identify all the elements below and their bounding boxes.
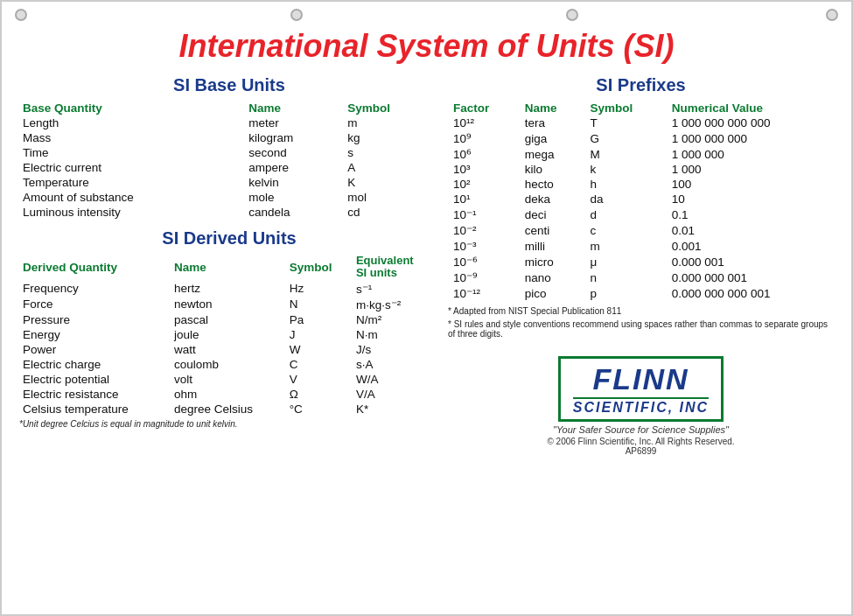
table-cell: mega (520, 146, 585, 162)
table-cell: 10² (448, 177, 520, 192)
table-cell: m (344, 116, 439, 130)
flinn-ap-number: AP6899 (448, 446, 834, 456)
table-cell: mol (344, 190, 439, 205)
table-cell: p (585, 285, 667, 301)
table-cell: kelvin (245, 175, 344, 190)
table-cell: pascal (171, 312, 286, 327)
table-cell: Frequency (19, 281, 171, 297)
table-cell: Force (19, 297, 171, 312)
main-title: International System of Units (SI) (19, 28, 834, 65)
derived-header-row: Derived Quantity Name Symbol EquivalentS… (19, 254, 439, 281)
poster: International System of Units (SI) SI Ba… (0, 0, 853, 616)
table-cell: n (585, 270, 667, 285)
table-cell: h (585, 177, 667, 192)
table-cell: cd (344, 205, 439, 220)
table-cell: meter (245, 116, 344, 130)
table-cell: Ω (286, 387, 353, 402)
table-cell: s·A (353, 357, 439, 372)
table-row: ForcenewtonNm·kg·s⁻² (19, 297, 439, 312)
base-qty-header: Base Quantity (19, 101, 245, 116)
table-cell: N (286, 297, 353, 312)
left-section: SI Base Units Base Quantity Name Symbol … (19, 75, 439, 456)
table-cell: J (286, 327, 353, 342)
table-cell: V (286, 372, 353, 387)
table-cell: 1 000 (667, 162, 834, 177)
grommet-top-middle-right (566, 9, 578, 21)
table-cell: tera (520, 116, 585, 130)
table-cell: Pa (286, 312, 353, 327)
derived-equiv-header: EquivalentSI units (353, 254, 439, 281)
table-cell: Temperature (19, 175, 245, 190)
derived-footnote: *Unit degree Celcius is equal in magnitu… (19, 419, 439, 429)
table-row: PowerwattWJ/s (19, 342, 439, 357)
table-cell: hertz (171, 281, 286, 297)
table-cell: Hz (286, 281, 353, 297)
base-name-header: Name (245, 101, 344, 116)
table-cell: T (585, 116, 667, 130)
table-row: 10⁻²centic0.01 (448, 222, 834, 238)
table-cell: Pressure (19, 312, 171, 327)
table-cell: K (344, 175, 439, 190)
grommet-top-middle-left (290, 9, 303, 21)
table-cell: ampere (245, 160, 344, 175)
flinn-name: FLINN (573, 362, 709, 396)
table-row: 10⁻³millim0.001 (448, 238, 834, 254)
table-cell: 10⁻¹² (448, 285, 520, 301)
table-row: TemperaturekelvinK (19, 175, 439, 190)
prefix-name-header: Name (520, 101, 585, 116)
flinn-tagline: "Your Safer Source for Science Supplies" (448, 424, 834, 435)
table-cell: W/A (353, 372, 439, 387)
table-cell: kg (344, 130, 439, 145)
table-cell: N/m² (353, 312, 439, 327)
table-row: Electric resistanceohmΩV/A (19, 387, 439, 402)
table-cell: Electric potential (19, 372, 171, 387)
table-row: 10³kilok1 000 (448, 162, 834, 177)
table-row: 10⁶megaM1 000 000 (448, 146, 834, 162)
table-cell: Power (19, 342, 171, 357)
table-cell: °C (286, 402, 353, 416)
flinn-scientific-inc: SCIENTIFIC, INC (573, 397, 709, 416)
factor-header: Factor (448, 101, 520, 116)
table-cell: Amount of substance (19, 190, 245, 205)
table-cell: Luminous intensity (19, 205, 245, 220)
grommet-top-right (826, 9, 838, 21)
table-cell: 0.001 (667, 238, 834, 254)
derived-qty-header: Derived Quantity (19, 254, 171, 281)
table-cell: da (585, 192, 667, 206)
flinn-logo-area: FLINN SCIENTIFIC, INC "Your Safer Source… (448, 356, 834, 456)
table-cell: 10⁻⁶ (448, 254, 520, 270)
table-row: Electric potentialvoltVW/A (19, 372, 439, 387)
table-cell: deka (520, 192, 585, 206)
table-row: 10⁻⁹nanon0.000 000 001 (448, 270, 834, 285)
table-cell: micro (520, 254, 585, 270)
table-cell: 1 000 000 (667, 146, 834, 162)
content-area: SI Base Units Base Quantity Name Symbol … (19, 75, 834, 456)
table-row: 10⁻¹²picop0.000 000 000 001 (448, 285, 834, 301)
table-cell: Electric charge (19, 357, 171, 372)
table-row: Luminous intensitycandelacd (19, 205, 439, 220)
right-section: SI Prefixes Factor Name Symbol Numerical… (448, 75, 834, 456)
prefixes-table: Factor Name Symbol Numerical Value 10¹²t… (448, 101, 834, 301)
table-row: 10⁻¹decid0.1 (448, 206, 834, 222)
table-cell: C (286, 357, 353, 372)
table-cell: kilogram (245, 130, 344, 145)
table-cell: G (585, 130, 667, 146)
table-cell: 10 (667, 192, 834, 206)
table-cell: newton (171, 297, 286, 312)
table-cell: Energy (19, 327, 171, 342)
table-cell: 1 000 000 000 000 (667, 116, 834, 130)
table-cell: 0.000 001 (667, 254, 834, 270)
table-row: Lengthmeterm (19, 116, 439, 130)
table-row: Electric chargecoulombCs·A (19, 357, 439, 372)
flinn-logo-box: FLINN SCIENTIFIC, INC (558, 356, 724, 422)
table-row: EnergyjouleJN·m (19, 327, 439, 342)
table-cell: hecto (520, 177, 585, 192)
table-cell: 10⁻⁹ (448, 270, 520, 285)
table-cell: 10¹² (448, 116, 520, 130)
base-units-title: SI Base Units (19, 75, 439, 95)
table-row: 10¹dekada10 (448, 192, 834, 206)
table-cell: s⁻¹ (353, 281, 439, 297)
table-row: Electric currentampereA (19, 160, 439, 175)
table-cell: m (585, 238, 667, 254)
table-cell: 10⁻³ (448, 238, 520, 254)
